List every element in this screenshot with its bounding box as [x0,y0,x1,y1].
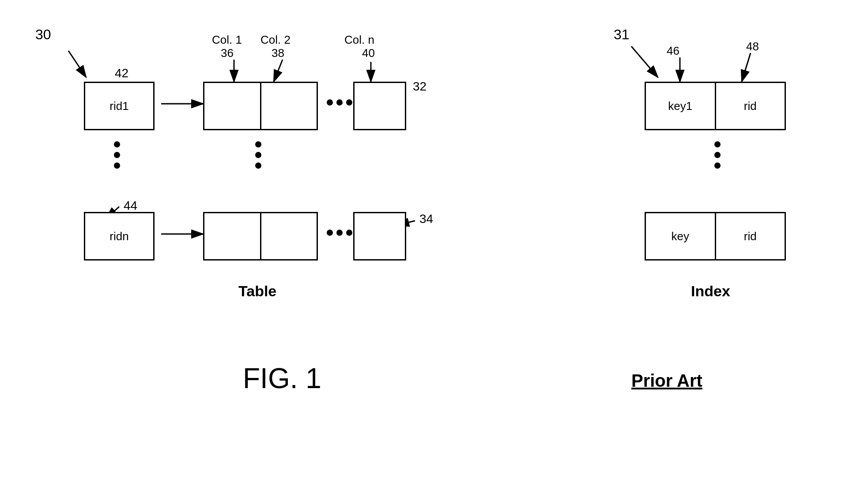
label-30: 30 [35,26,51,43]
dots-index-mid [714,141,721,169]
dot-rn-3 [346,230,352,236]
svg-line-10 [631,46,658,77]
dots-rown-mid [327,230,352,236]
label-34: 34 [419,212,433,226]
box-coln-rown [353,212,406,260]
dot-i1 [714,141,721,147]
index-label: Index [691,283,730,300]
index-rown-key: key [646,213,716,259]
label-32: 32 [413,79,426,94]
dots-left [114,141,120,169]
prior-art-label: Prior Art [631,371,702,391]
dot-t2 [255,152,261,158]
table-row1-col2 [261,83,317,129]
label-46: 46 [667,44,679,58]
dot3 [114,162,120,169]
diagram-container: 30 rid1 44 ridn 42 Col. 1 36 Col. 2 38 C… [0,0,868,487]
fig-label: FIG. 1 [243,362,321,395]
rid1-label: rid1 [109,99,128,113]
key1-label: key1 [668,99,692,113]
box-coln-row1 [353,82,406,130]
rid-top-label: rid [744,99,757,113]
table-row1-cols [203,82,318,130]
svg-line-12 [742,53,751,82]
index-rown-rid: rid [716,213,785,259]
box-rid1: rid1 [84,82,155,130]
dot-i3 [714,162,721,169]
label-col2-text: Col. 2 [260,33,291,47]
dot-r1-1 [327,99,333,106]
dot1 [114,141,120,147]
label-coln-text: Col. n [344,33,374,47]
table-rown-col1 [204,213,261,259]
label-col1-text: Col. 1 [212,33,242,47]
dot-r1-2 [336,99,343,106]
svg-line-6 [274,60,283,82]
label-38: 38 [272,46,284,60]
index-row1-rid: rid [716,83,785,129]
index-row1: key1 rid [645,82,786,130]
svg-line-1 [68,51,86,77]
box-ridn: ridn [84,212,155,260]
label-42: 42 [115,66,128,80]
index-rown: key rid [645,212,786,260]
dot-r1-3 [346,99,352,106]
dot-i2 [714,152,721,158]
dots-table-mid [255,141,261,169]
dot-t3 [255,162,261,169]
dot-rn-2 [336,230,343,236]
table-rown-cols [203,212,318,260]
label-31: 31 [614,26,630,43]
table-rown-col2 [261,213,317,259]
label-36: 36 [221,46,234,60]
label-44: 44 [124,199,137,213]
dot-rn-1 [327,230,333,236]
dots-row1-mid [327,99,352,106]
key-bottom-label: key [672,230,689,243]
table-row1-col1 [204,83,261,129]
label-48: 48 [746,40,759,53]
dot-t1 [255,141,261,147]
table-label: Table [238,283,276,300]
index-row1-key: key1 [646,83,716,129]
rid-bottom-label: rid [744,230,757,243]
dot2 [114,152,120,158]
label-40: 40 [362,46,375,60]
ridn-label: ridn [109,230,128,243]
